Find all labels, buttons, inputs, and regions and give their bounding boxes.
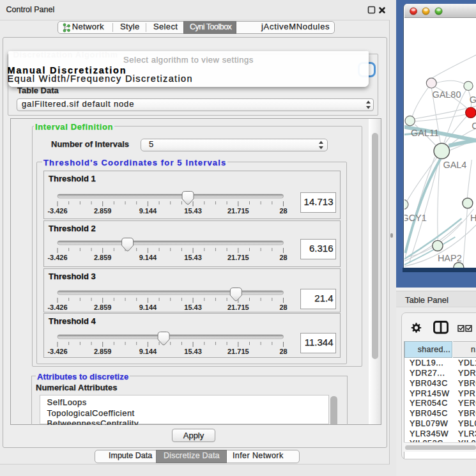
svg-text:9.144: 9.144 bbox=[139, 254, 157, 261]
svg-text:15.43: 15.43 bbox=[184, 303, 202, 311]
svg-text:GAL80: GAL80 bbox=[432, 89, 461, 100]
svg-text:C: C bbox=[472, 121, 476, 131]
svg-text:2.859: 2.859 bbox=[94, 207, 112, 215]
svg-text:15.43: 15.43 bbox=[184, 348, 202, 355]
svg-text:21.715: 21.715 bbox=[227, 207, 249, 215]
svg-text:28: 28 bbox=[279, 207, 287, 215]
svg-text:GAL4: GAL4 bbox=[443, 160, 466, 170]
svg-text:-3.426: -3.426 bbox=[47, 207, 67, 215]
svg-text:9.144: 9.144 bbox=[139, 303, 157, 311]
svg-text:2.859: 2.859 bbox=[94, 348, 112, 355]
svg-text:21.715: 21.715 bbox=[227, 348, 249, 355]
svg-text:-3.426: -3.426 bbox=[47, 254, 67, 261]
svg-text:21.715: 21.715 bbox=[227, 254, 249, 261]
svg-text:28: 28 bbox=[279, 348, 287, 355]
svg-text:GCY1: GCY1 bbox=[404, 213, 427, 223]
svg-text:9.144: 9.144 bbox=[139, 348, 157, 355]
svg-text:-3.426: -3.426 bbox=[47, 348, 67, 355]
svg-text:GAL1: GAL1 bbox=[469, 95, 476, 105]
svg-text:15.43: 15.43 bbox=[184, 254, 202, 261]
svg-text:2.859: 2.859 bbox=[94, 254, 112, 261]
svg-text:-3.426: -3.426 bbox=[47, 303, 67, 311]
svg-text:HAP2: HAP2 bbox=[437, 253, 461, 263]
svg-text:28: 28 bbox=[279, 254, 287, 261]
svg-text:GAL11: GAL11 bbox=[411, 128, 439, 139]
svg-text:28: 28 bbox=[279, 303, 287, 311]
svg-text:HIS4: HIS4 bbox=[470, 213, 476, 223]
svg-text:21.715: 21.715 bbox=[227, 303, 249, 311]
svg-text:2.859: 2.859 bbox=[94, 303, 112, 311]
svg-text:15.43: 15.43 bbox=[184, 207, 202, 215]
svg-text:9.144: 9.144 bbox=[139, 207, 157, 215]
